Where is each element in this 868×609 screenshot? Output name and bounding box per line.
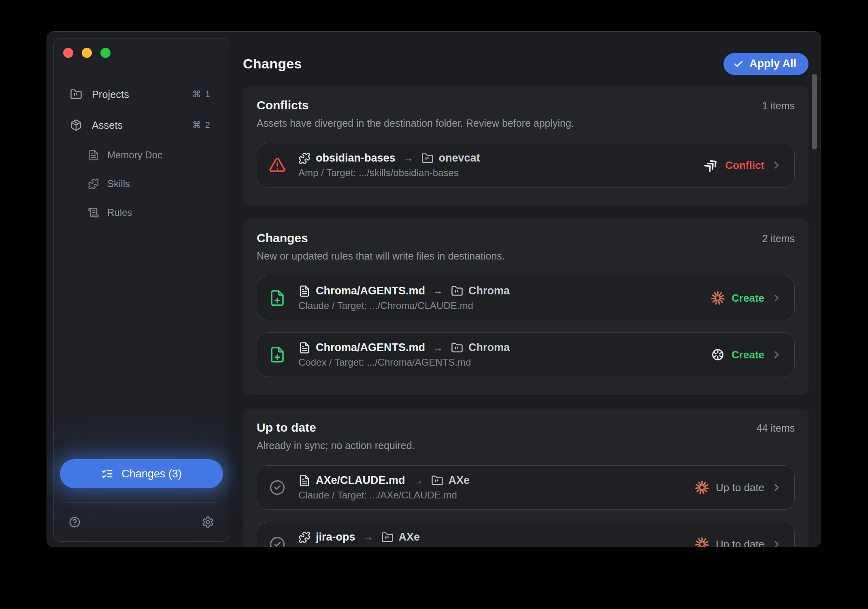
arrow-right-icon: → bbox=[411, 474, 426, 487]
close-window-button[interactable] bbox=[63, 48, 73, 58]
sidebar-item-label: Memory Doc bbox=[107, 149, 162, 161]
keyboard-shortcut: ⌘ 2 bbox=[192, 120, 211, 130]
destination-name: AXe bbox=[399, 531, 420, 543]
chevron-right-icon bbox=[771, 160, 782, 171]
section-description: Already in sync; no action required. bbox=[257, 440, 795, 451]
status-badge: Up to date bbox=[716, 538, 764, 547]
conflict-row[interactable]: obsidian-bases → onevcat Amp / Target: .… bbox=[257, 143, 795, 187]
chevron-right-icon bbox=[771, 539, 782, 547]
sidebar-item-projects[interactable]: Projects ⌘ 1 bbox=[54, 79, 229, 110]
row-subtitle: Claude / Target: .../Chroma/CLAUDE.md bbox=[298, 300, 510, 311]
changes-button-label: Changes (3) bbox=[121, 468, 182, 480]
source-name: Chroma/AGENTS.md bbox=[316, 341, 425, 354]
app-window: Projects ⌘ 1 Assets ⌘ 2 Memory Doc Skill… bbox=[47, 31, 821, 547]
file-text-icon bbox=[298, 285, 311, 297]
sidebar-nav: Projects ⌘ 1 Assets ⌘ 2 Memory Doc Skill… bbox=[54, 79, 229, 227]
destination-name: AXe bbox=[449, 474, 470, 487]
destination-name: Chroma bbox=[468, 341, 510, 354]
sidebar-item-label: Skills bbox=[107, 178, 130, 190]
source-name: AXe/CLAUDE.md bbox=[316, 474, 405, 487]
changes-button[interactable]: Changes (3) bbox=[60, 459, 223, 488]
claude-logo-icon bbox=[695, 537, 709, 547]
row-subtitle: Codex / Target: .../Chroma/AGENTS.md bbox=[298, 357, 510, 368]
file-text-icon bbox=[88, 149, 99, 161]
page-title: Changes bbox=[243, 56, 302, 72]
chevron-right-icon bbox=[771, 292, 782, 304]
apply-all-label: Apply All bbox=[749, 57, 796, 70]
status-badge: Create bbox=[732, 292, 764, 304]
sidebar-item-assets[interactable]: Assets ⌘ 2 bbox=[54, 110, 229, 141]
zoom-window-button[interactable] bbox=[100, 48, 111, 58]
section-count: 1 items bbox=[762, 100, 795, 112]
destination-name: Chroma bbox=[468, 285, 510, 297]
source-name: obsidian-bases bbox=[316, 152, 396, 164]
section-count: 44 items bbox=[757, 422, 795, 434]
package-icon bbox=[70, 119, 82, 131]
claude-logo-icon bbox=[695, 480, 709, 495]
section-conflicts: Conflicts 1 items Assets have diverged i… bbox=[243, 86, 808, 205]
chevron-right-icon bbox=[771, 349, 782, 360]
up-to-date-row[interactable]: AXe/CLAUDE.md → AXe Claude / Target: ...… bbox=[257, 465, 795, 510]
chevron-right-icon bbox=[771, 482, 782, 493]
gear-icon[interactable] bbox=[202, 516, 214, 528]
minimize-window-button[interactable] bbox=[82, 48, 92, 58]
section-title: Changes bbox=[257, 231, 308, 245]
folder-icon bbox=[451, 342, 463, 354]
arrow-right-icon: → bbox=[361, 531, 376, 543]
row-subtitle: Claude / Target: .../AXe/CLAUDE.md bbox=[298, 490, 470, 501]
keyboard-shortcut: ⌘ 1 bbox=[192, 89, 211, 100]
folder-icon bbox=[381, 531, 394, 543]
list-checks-icon bbox=[101, 468, 113, 480]
section-description: Assets have diverged in the destination … bbox=[257, 117, 795, 129]
check-icon bbox=[733, 59, 744, 69]
folder-icon bbox=[451, 285, 463, 297]
help-circle-icon[interactable] bbox=[68, 516, 81, 528]
section-title: Up to date bbox=[257, 421, 316, 434]
puzzle-icon bbox=[298, 152, 311, 164]
sidebar-item-label: Projects bbox=[92, 89, 129, 100]
source-name: jira-ops bbox=[316, 531, 355, 543]
row-subtitle: Claude / Target: .../skills/jira-ops bbox=[298, 546, 436, 547]
sidebar-item-label: Rules bbox=[107, 207, 132, 218]
amp-logo-icon bbox=[704, 158, 719, 172]
status-badge: Up to date bbox=[716, 481, 764, 494]
scroll-icon bbox=[88, 207, 99, 218]
sidebar-item-memory-doc[interactable]: Memory Doc bbox=[54, 141, 229, 169]
sidebar: Projects ⌘ 1 Assets ⌘ 2 Memory Doc Skill… bbox=[53, 38, 229, 542]
scrollbar[interactable] bbox=[812, 74, 817, 149]
file-text-icon bbox=[298, 342, 311, 354]
section-up-to-date: Up to date 44 items Already in sync; no … bbox=[243, 409, 808, 547]
folder-kanban-icon bbox=[70, 88, 82, 100]
section-description: New or updated rules that will write fil… bbox=[257, 250, 795, 262]
main-content: Changes Apply All Conflicts 1 items Asse… bbox=[243, 32, 808, 547]
row-subtitle: Amp / Target: .../skills/obsidian-bases bbox=[298, 167, 480, 179]
sidebar-item-rules[interactable]: Rules bbox=[54, 198, 229, 227]
folder-icon bbox=[421, 152, 434, 164]
apply-all-button[interactable]: Apply All bbox=[723, 53, 808, 75]
puzzle-icon bbox=[88, 178, 99, 190]
puzzle-icon bbox=[298, 531, 311, 543]
arrow-right-icon: → bbox=[430, 285, 446, 297]
destination-name: onevcat bbox=[439, 152, 480, 164]
file-plus-icon bbox=[268, 289, 286, 307]
sidebar-item-label: Assets bbox=[92, 119, 123, 131]
folder-icon bbox=[431, 475, 443, 487]
arrow-right-icon: → bbox=[430, 341, 446, 354]
sidebar-bottom: Changes (3) bbox=[54, 459, 229, 541]
file-plus-icon bbox=[268, 346, 286, 364]
section-title: Conflicts bbox=[257, 98, 308, 112]
sidebar-item-skills[interactable]: Skills bbox=[54, 169, 229, 198]
warning-triangle-icon bbox=[268, 156, 286, 174]
status-badge: Conflict bbox=[725, 159, 764, 172]
traffic-lights bbox=[63, 48, 111, 58]
file-text-icon bbox=[298, 475, 311, 487]
section-count: 2 items bbox=[762, 233, 795, 245]
up-to-date-row[interactable]: jira-ops → AXe Claude / Target: .../skil… bbox=[257, 522, 795, 547]
change-row[interactable]: Chroma/AGENTS.md → Chroma Codex / Target… bbox=[257, 332, 795, 377]
source-name: Chroma/AGENTS.md bbox=[316, 285, 425, 297]
change-row[interactable]: Chroma/AGENTS.md → Chroma Claude / Targe… bbox=[257, 276, 795, 320]
content-header: Changes Apply All bbox=[243, 32, 808, 86]
status-badge: Create bbox=[732, 349, 764, 361]
claude-logo-icon bbox=[711, 291, 725, 305]
openai-logo-icon bbox=[711, 347, 725, 362]
